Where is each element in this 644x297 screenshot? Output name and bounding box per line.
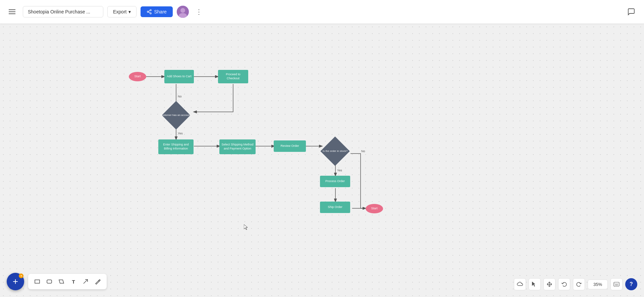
move-tool-button[interactable] xyxy=(543,278,555,290)
add-icon: + xyxy=(13,277,18,286)
select-shipping-node[interactable]: Select Shipping Method and Payment Optio… xyxy=(219,139,256,154)
export-label: Export xyxy=(113,9,126,14)
share-button[interactable]: Share xyxy=(141,6,172,17)
svg-text:No: No xyxy=(361,150,365,153)
svg-rect-24 xyxy=(35,280,40,283)
svg-line-27 xyxy=(84,280,88,284)
rectangle-tool[interactable] xyxy=(32,276,43,287)
svg-point-0 xyxy=(150,9,151,11)
pen-icon xyxy=(95,279,101,285)
keyboard-shortcut-button[interactable] xyxy=(610,278,623,290)
undo-icon xyxy=(561,282,567,287)
pen-tool[interactable] xyxy=(92,276,103,287)
review-order-label: Review Order xyxy=(280,144,299,148)
process-order-node[interactable]: Process Order xyxy=(320,176,350,187)
chat-icon xyxy=(627,8,635,16)
proceed-checkout-node[interactable]: Proceed to Checkout xyxy=(218,70,248,83)
flowchart: No Yes Yes No Start xyxy=(121,67,372,235)
keyboard-icon xyxy=(613,282,620,287)
document-title-input[interactable] xyxy=(23,6,103,17)
bottom-right-controls: 35% ? xyxy=(514,278,637,290)
bottom-toolbar: + ✦ T xyxy=(7,273,107,290)
export-button[interactable]: Export ▾ xyxy=(107,6,137,17)
chevron-down-icon: ▾ xyxy=(128,9,131,14)
svg-point-2 xyxy=(150,13,151,14)
more-icon: ⋮ xyxy=(196,8,202,16)
share-label: Share xyxy=(154,9,166,14)
svg-line-3 xyxy=(149,12,150,13)
svg-line-4 xyxy=(149,10,150,11)
svg-point-1 xyxy=(147,11,149,12)
svg-text:Yes: Yes xyxy=(337,169,342,172)
customer-account-node[interactable]: Customer has an account? xyxy=(160,103,192,127)
help-button[interactable]: ? xyxy=(625,278,637,290)
arrow-tool[interactable] xyxy=(80,276,91,287)
tool-group: T xyxy=(28,274,107,289)
rounded-rect-icon xyxy=(46,279,52,285)
more-options-button[interactable]: ⋮ xyxy=(193,6,205,18)
add-button[interactable]: + ✦ xyxy=(7,273,24,290)
svg-marker-26 xyxy=(59,280,64,283)
help-icon: ? xyxy=(630,281,633,287)
header: Export ▾ Share ⋮ xyxy=(0,0,644,24)
menu-button[interactable] xyxy=(5,5,19,18)
svg-point-6 xyxy=(180,8,185,13)
parallelogram-tool[interactable] xyxy=(56,276,67,287)
redo-button[interactable] xyxy=(573,278,585,290)
in-stock-label: Is the order in stock? xyxy=(323,150,347,153)
redo-icon xyxy=(576,282,582,287)
start-node[interactable]: Start xyxy=(129,72,146,81)
cloud-save-button[interactable] xyxy=(514,278,526,290)
arrow-icon xyxy=(83,279,89,285)
ship-order-label: Ship Order xyxy=(328,205,342,209)
enter-shipping-node[interactable]: Enter Shipping and Billing Information xyxy=(158,139,194,154)
cursor-icon xyxy=(532,282,537,287)
canvas[interactable]: No Yes Yes No Start xyxy=(0,24,644,297)
enter-shipping-label: Enter Shipping and Billing Information xyxy=(160,143,192,151)
add-shoes-label: Add Shoes to Cart xyxy=(167,75,192,79)
text-tool[interactable]: T xyxy=(68,276,79,287)
start-node-label: Start xyxy=(134,75,141,79)
svg-text:Yes: Yes xyxy=(178,132,183,135)
rounded-rect-tool[interactable] xyxy=(44,276,55,287)
avatar xyxy=(177,6,189,18)
undo-button[interactable] xyxy=(558,278,570,290)
end-node[interactable]: Start xyxy=(366,204,383,213)
svg-text:No: No xyxy=(178,95,182,98)
add-shoes-node[interactable]: Add Shoes to Cart xyxy=(164,70,194,83)
ship-order-node[interactable]: Ship Order xyxy=(320,202,350,213)
review-order-node[interactable]: Review Order xyxy=(274,140,306,152)
parallelogram-icon xyxy=(58,279,64,285)
chat-button[interactable] xyxy=(625,6,637,18)
svg-marker-28 xyxy=(532,282,535,287)
end-node-label: Start xyxy=(371,207,377,211)
select-shipping-label: Select Shipping Method and Payment Optio… xyxy=(221,143,254,151)
process-order-label: Process Order xyxy=(325,179,345,183)
svg-rect-25 xyxy=(47,280,52,283)
add-badge: ✦ xyxy=(19,273,23,278)
customer-account-label: Customer has an account? xyxy=(160,114,192,117)
in-stock-node[interactable]: Is the order in stock? xyxy=(320,139,350,163)
rectangle-icon xyxy=(34,279,40,285)
svg-rect-29 xyxy=(614,282,619,286)
share-icon xyxy=(147,9,152,14)
move-icon xyxy=(547,282,552,287)
text-icon: T xyxy=(72,279,75,285)
hamburger-icon xyxy=(9,9,15,14)
proceed-label: Proceed to Checkout xyxy=(219,73,247,80)
select-tool-button[interactable] xyxy=(529,278,541,290)
cloud-icon xyxy=(517,282,523,287)
zoom-level: 35% xyxy=(588,280,608,289)
